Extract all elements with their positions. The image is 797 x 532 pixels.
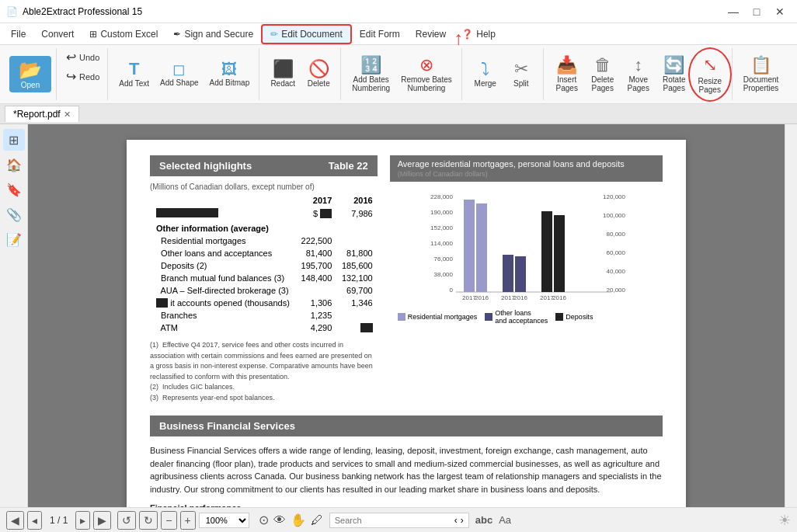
undo-redo-group: ↩ Undo ↪ Redo bbox=[58, 48, 108, 100]
doc-tab-label: *Report.pdf bbox=[13, 109, 61, 120]
move-pages-button[interactable]: ↕ MovePages bbox=[621, 54, 656, 96]
rotate-left-button[interactable]: ↺ bbox=[117, 511, 136, 530]
resize-pages-button[interactable]: ⤡ ResizePages bbox=[693, 52, 727, 97]
zoom-out-button[interactable]: − bbox=[161, 511, 176, 530]
sidebar-thumbnails[interactable]: ⊞ bbox=[3, 129, 25, 151]
search-nav-prev[interactable]: ‹ bbox=[454, 515, 458, 526]
sidebar-attachments[interactable]: 📎 bbox=[3, 203, 25, 225]
ribbon: 📂 Open ↩ Undo ↪ Redo T Add Text ◻ Add Sh… bbox=[0, 45, 797, 104]
menu-file[interactable]: File bbox=[3, 26, 33, 43]
menu-sign-secure[interactable]: ✒ Sign and Secure bbox=[165, 26, 261, 43]
open-group: 📂 Open bbox=[5, 48, 57, 100]
search-input[interactable] bbox=[335, 516, 451, 525]
minimize-button[interactable]: — bbox=[722, 4, 744, 19]
merge-split-group: ⤵ Merge ✂ Split bbox=[464, 48, 544, 100]
svg-text:2016: 2016 bbox=[552, 294, 566, 301]
col-2016-header: 2016 bbox=[336, 194, 377, 207]
pages-group: 📥 InsertPages 🗑 DeletePages ↕ MovePages … bbox=[545, 48, 733, 100]
page-indicator: 1 / 1 bbox=[45, 515, 72, 526]
view-icon-2[interactable]: 👁 bbox=[273, 513, 286, 527]
first-page-button[interactable]: ◀ bbox=[6, 511, 24, 530]
rotate-pages-button[interactable]: 🔄 RotatePages bbox=[657, 54, 691, 96]
data-table-1: 2017 2016 $ 7,986 Other inf bbox=[150, 194, 378, 334]
window-controls: — □ ✕ bbox=[722, 4, 791, 19]
add-bitmap-icon: 🖼 bbox=[221, 61, 237, 77]
resize-pages-icon: ⤡ bbox=[703, 55, 717, 75]
table-row: Branch mutual fund balances (3) 148,400 … bbox=[150, 272, 378, 284]
undo-icon: ↩ bbox=[66, 50, 76, 64]
case-sensitive-toggle[interactable]: Aa bbox=[499, 514, 511, 526]
search-nav-next[interactable]: › bbox=[461, 515, 464, 526]
close-button[interactable]: ✕ bbox=[769, 4, 791, 19]
right-col: Average residential mortgages, personal … bbox=[390, 155, 663, 403]
sidebar-annotations[interactable]: 📝 bbox=[3, 228, 25, 250]
footnote-3: (3) Represents year-end spot balances. bbox=[150, 393, 378, 404]
delete-pages-button[interactable]: 🗑 DeletePages bbox=[586, 54, 620, 96]
merge-button[interactable]: ⤵ Merge bbox=[468, 57, 503, 91]
redact-group: ⬛ Redact 🚫 Delete bbox=[261, 48, 341, 100]
doc-area[interactable]: Selected highlights Table 22 (Millions o… bbox=[28, 124, 785, 507]
remove-bates-button[interactable]: ⊗ Remove BatesNumbering ↓ bbox=[396, 54, 457, 96]
svg-text:152,000: 152,000 bbox=[430, 224, 453, 231]
next-page-button[interactable]: ▸ bbox=[75, 511, 90, 530]
doc-properties-button[interactable]: 📋 DocumentProperties bbox=[739, 54, 784, 96]
menu-edit-form[interactable]: Edit Form bbox=[352, 26, 408, 43]
rotate-right-button[interactable]: ↻ bbox=[139, 511, 158, 530]
svg-text:120,000: 120,000 bbox=[603, 193, 625, 200]
view-icon-4[interactable]: 🖊 bbox=[311, 513, 323, 527]
brightness-icon[interactable]: ☀ bbox=[778, 512, 791, 529]
right-scrollbar[interactable] bbox=[785, 124, 797, 507]
chart-legend: Residential mortgages Other loansand acc… bbox=[390, 309, 663, 325]
delete-button[interactable]: 🚫 Delete bbox=[301, 57, 336, 91]
svg-text:2016: 2016 bbox=[513, 294, 527, 301]
prev-page-button[interactable]: ◂ bbox=[27, 511, 42, 530]
add-text-button[interactable]: T Add Text bbox=[114, 57, 154, 91]
app-icon: 📄 bbox=[6, 6, 18, 17]
insert-pages-button[interactable]: 📥 InsertPages bbox=[550, 54, 584, 96]
doc-tab-close[interactable]: ✕ bbox=[64, 110, 71, 120]
doc-tabs: *Report.pdf ✕ bbox=[0, 104, 797, 124]
move-pages-icon: ↕ bbox=[634, 57, 642, 74]
add-bates-button[interactable]: 🔢 Add BatesNumbering bbox=[347, 54, 395, 96]
view-icon-3[interactable]: ✋ bbox=[291, 513, 306, 527]
menu-review[interactable]: Review bbox=[408, 26, 454, 43]
add-bitmap-button[interactable]: 🖼 Add Bitmap bbox=[205, 58, 255, 90]
legend-dot-res bbox=[398, 313, 405, 321]
redacted-value bbox=[320, 209, 332, 218]
menu-edit-document[interactable]: ✏ Edit Document bbox=[261, 24, 352, 44]
last-page-button[interactable]: ▶ bbox=[93, 511, 111, 530]
view-icons: ⊙ 👁 ✋ 🖊 bbox=[259, 513, 323, 527]
section2-perf-title: Financial performance bbox=[150, 502, 663, 507]
doc-tab-report[interactable]: *Report.pdf ✕ bbox=[5, 106, 79, 122]
sidebar-home[interactable]: 🏠 bbox=[3, 154, 25, 176]
menu-convert[interactable]: Convert bbox=[33, 26, 82, 43]
open-button[interactable]: 📂 Open bbox=[9, 56, 51, 92]
svg-text:38,000: 38,000 bbox=[434, 271, 454, 278]
bates-group: 🔢 Add BatesNumbering ⊗ Remove BatesNumbe… bbox=[343, 48, 462, 100]
bar-dep-2017 bbox=[541, 211, 552, 292]
abc-label: abc bbox=[475, 514, 492, 526]
zoom-select[interactable]: 100% 75% 125% 150% bbox=[199, 513, 249, 528]
sidebar-bookmarks[interactable]: 🔖 bbox=[3, 179, 25, 200]
redo-icon: ↪ bbox=[66, 69, 76, 84]
chart1-title: Average residential mortgages, personal … bbox=[390, 155, 663, 182]
redact-button[interactable]: ⬛ Redact bbox=[266, 57, 300, 91]
add-shape-button[interactable]: ◻ Add Shape bbox=[155, 58, 204, 90]
redacted-atm bbox=[360, 323, 372, 332]
merge-icon: ⤵ bbox=[481, 61, 489, 78]
svg-text:76,000: 76,000 bbox=[434, 256, 454, 263]
maximize-button[interactable]: □ bbox=[746, 4, 767, 19]
svg-text:20,000: 20,000 bbox=[607, 287, 626, 294]
menu-custom-excel[interactable]: ⊞ Custom Excel bbox=[82, 26, 165, 43]
redo-button[interactable]: ↪ Redo bbox=[61, 68, 104, 85]
doc-properties-icon: 📋 bbox=[750, 57, 771, 74]
bar-other-2016 bbox=[515, 256, 526, 292]
delete-pages-icon: 🗑 bbox=[594, 57, 611, 74]
undo-button[interactable]: ↩ Undo bbox=[61, 48, 104, 66]
table-row: ATM 4,290 bbox=[150, 322, 378, 334]
remove-bates-icon: ⊗ bbox=[419, 57, 433, 74]
view-icon-1[interactable]: ⊙ bbox=[259, 513, 269, 527]
red-arrow-indicator: ↓ bbox=[454, 30, 463, 52]
split-button[interactable]: ✂ Split bbox=[504, 57, 538, 91]
zoom-in-button[interactable]: + bbox=[180, 511, 196, 530]
